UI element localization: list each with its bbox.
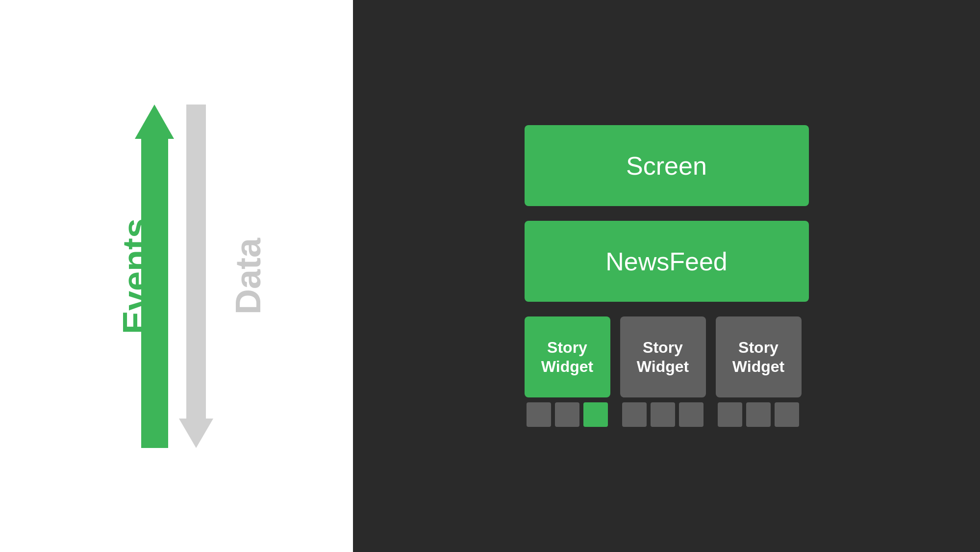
screen-box: Screen — [525, 125, 809, 206]
small-box-1-2 — [555, 402, 579, 427]
small-box-2-3 — [679, 402, 704, 427]
arrow-head-down-icon — [179, 419, 213, 448]
story-widget-box-2: StoryWidget — [620, 316, 706, 397]
small-box-2-1 — [622, 402, 647, 427]
story-widget-label-1: StoryWidget — [541, 338, 593, 376]
small-box-2-2 — [651, 402, 675, 427]
story-widgets-row: StoryWidget StoryWidget — [525, 316, 809, 427]
events-label: Events — [115, 218, 155, 334]
left-panel: Events Data — [0, 0, 353, 552]
small-boxes-1 — [527, 402, 608, 427]
small-box-3-1 — [718, 402, 742, 427]
story-widget-group-1: StoryWidget — [525, 316, 610, 427]
newsfeed-label: NewsFeed — [605, 247, 728, 276]
small-box-3-3 — [775, 402, 799, 427]
arrow-shaft-gray — [186, 105, 206, 419]
story-widget-group-3: StoryWidget — [716, 316, 802, 427]
arrow-head-up-icon — [135, 105, 174, 139]
small-boxes-3 — [718, 402, 799, 427]
small-box-3-2 — [746, 402, 771, 427]
screen-label: Screen — [626, 151, 707, 181]
story-widget-label-2: StoryWidget — [637, 338, 689, 376]
story-widget-group-2: StoryWidget — [620, 316, 706, 427]
story-widget-label-3: StoryWidget — [732, 338, 784, 376]
story-widget-box-3: StoryWidget — [716, 316, 802, 397]
small-box-1-3 — [583, 402, 608, 427]
small-box-1-1 — [527, 402, 551, 427]
newsfeed-box: NewsFeed — [525, 221, 809, 302]
small-boxes-2 — [622, 402, 704, 427]
data-arrow — [179, 105, 213, 448]
diagram-container: Screen NewsFeed StoryWidget — [525, 125, 809, 427]
data-label: Data — [228, 237, 268, 314]
right-panel: Screen NewsFeed StoryWidget — [353, 0, 980, 552]
story-widget-box-1: StoryWidget — [525, 316, 610, 397]
